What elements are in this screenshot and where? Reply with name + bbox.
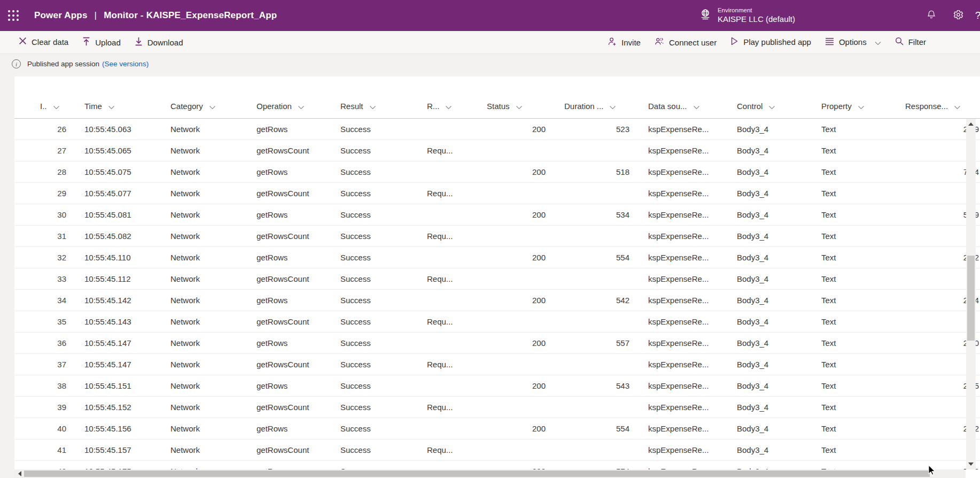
column-header-status[interactable]: Status [475, 101, 552, 118]
cell-id: 38 [14, 381, 72, 390]
column-header-operation[interactable]: Operation [244, 101, 328, 118]
cell-operation: getRowsCount [244, 146, 328, 155]
scroll-left-button[interactable] [15, 469, 24, 478]
download-button[interactable]: Download [128, 37, 190, 48]
cell-result: Success [328, 210, 415, 219]
table-row[interactable]: 3310:55:45.112NetworkgetRowsCountSuccess… [14, 268, 980, 290]
title-separator: | [95, 10, 97, 21]
cell-control: Body3_4 [725, 360, 809, 369]
cell-result: Success [328, 232, 415, 241]
column-header-id[interactable]: I.. [14, 101, 72, 118]
cell-time: 10:55:45.077 [72, 189, 158, 198]
column-header-control[interactable]: Control [725, 101, 809, 118]
column-header-duration[interactable]: Duration ... [552, 101, 636, 118]
column-header-time[interactable]: Time [72, 101, 158, 118]
cell-result_info: Requ... [415, 232, 475, 241]
cell-status: 200 [475, 381, 552, 390]
chevron-down-icon [298, 102, 305, 111]
cell-operation: getRowsCount [244, 445, 328, 454]
table-row[interactable]: 3010:55:45.081NetworkgetRowsSuccess20053… [14, 204, 980, 226]
cell-time: 10:55:45.075 [72, 167, 158, 176]
upload-button[interactable]: Upload [75, 37, 128, 48]
cell-id: 31 [14, 232, 72, 241]
cell-id: 33 [14, 274, 72, 283]
waffle-icon [8, 10, 19, 21]
table-row[interactable]: 3210:55:45.110NetworkgetRowsSuccess20055… [14, 247, 980, 268]
help-button[interactable]: ? [971, 0, 980, 31]
invite-button[interactable]: Invite [601, 37, 648, 48]
vertical-scrollbar[interactable] [966, 119, 976, 469]
cell-control: Body3_4 [725, 338, 809, 348]
cell-operation: getRows [244, 253, 328, 262]
column-header-data_source[interactable]: Data sou... [636, 101, 725, 118]
horizontal-scrollbar[interactable] [14, 469, 966, 478]
app-name[interactable]: Power Apps [34, 10, 88, 21]
cell-id: 30 [14, 210, 72, 219]
column-header-result[interactable]: Result [328, 101, 415, 118]
notifications-button[interactable] [918, 0, 945, 31]
cell-category: Network [158, 189, 244, 198]
column-header-response[interactable]: Response... [893, 101, 980, 118]
page-title: Monitor - KAISPE_ExpenseReport_App [104, 10, 277, 21]
chevron-down-icon [53, 102, 60, 111]
table-row[interactable]: 3410:55:45.142NetworkgetRowsSuccess20054… [14, 290, 980, 311]
cell-status: 200 [475, 296, 552, 305]
table-row[interactable]: 3910:55:45.152NetworkgetRowsCountSuccess… [14, 397, 980, 418]
connect-user-button[interactable]: Connect user [648, 37, 724, 48]
cell-status: 200 [475, 125, 552, 134]
cell-control: Body3_4 [725, 381, 809, 390]
scroll-down-button[interactable] [966, 460, 976, 468]
settings-button[interactable] [945, 0, 971, 31]
column-header-result_info[interactable]: R... [415, 101, 475, 118]
play-published-app-button[interactable]: Play published app [724, 37, 818, 47]
info-icon: i [12, 59, 21, 68]
cell-data_source: kspExpenseRe... [636, 317, 725, 326]
see-versions-link[interactable]: (See versions) [102, 60, 149, 68]
cell-operation: getRows [244, 338, 328, 348]
cell-duration: 518 [552, 167, 636, 176]
cell-property: Text [809, 360, 893, 369]
options-button[interactable]: Options [818, 37, 888, 47]
cell-property: Text [809, 445, 893, 454]
cell-control: Body3_4 [725, 210, 809, 219]
cell-property: Text [809, 338, 893, 348]
table-row[interactable]: 2710:55:45.065NetworkgetRowsCountSuccess… [14, 140, 980, 161]
cell-result_info: Requ... [415, 445, 475, 454]
horizontal-scrollbar-thumb[interactable] [24, 471, 930, 477]
cell-result: Success [328, 274, 415, 283]
column-header-property[interactable]: Property [809, 101, 893, 118]
table-row[interactable]: 3510:55:45.143NetworkgetRowsCountSuccess… [14, 311, 980, 333]
cell-result_info: Requ... [415, 403, 475, 412]
table-row[interactable]: 2810:55:45.075NetworkgetRowsSuccess20051… [14, 161, 980, 183]
cell-result: Success [328, 189, 415, 198]
cell-data_source: kspExpenseRe... [636, 210, 725, 219]
table-row[interactable]: 4110:55:45.157NetworkgetRowsCountSuccess… [14, 440, 980, 461]
table-row[interactable]: 3810:55:45.151NetworkgetRowsSuccess20054… [14, 375, 980, 397]
cell-time: 10:55:45.063 [72, 125, 158, 134]
bell-icon [926, 9, 937, 22]
table-row[interactable]: 3610:55:45.147NetworkgetRowsSuccess20055… [14, 333, 980, 354]
monitor-page: I..TimeCategoryOperationResultR...Status… [0, 73, 980, 478]
command-bar: Clear data Upload Download [0, 31, 980, 54]
chevron-down-icon [209, 102, 216, 111]
cell-property: Text [809, 146, 893, 155]
clear-data-button[interactable]: Clear data [12, 37, 75, 47]
waffle-menu-button[interactable] [0, 0, 27, 31]
table-row[interactable]: 3710:55:45.147NetworkgetRowsCountSuccess… [14, 354, 980, 375]
table-row[interactable]: 3110:55:45.082NetworkgetRowsCountSuccess… [14, 226, 980, 247]
filter-button[interactable]: Filter [888, 37, 933, 47]
table-row[interactable]: 4210:55:45.175NetworkgetRowsSuccess20057… [14, 461, 980, 469]
upload-icon [82, 37, 90, 48]
cell-result: Success [328, 125, 415, 134]
table-row[interactable]: 4010:55:45.156NetworkgetRowsSuccess20055… [14, 418, 980, 440]
table-row[interactable]: 2610:55:45.063NetworkgetRowsSuccess20052… [14, 119, 980, 140]
column-header-category[interactable]: Category [158, 101, 244, 118]
cell-property: Text [809, 403, 893, 412]
scroll-up-button[interactable] [966, 120, 976, 128]
environment-picker[interactable]: Environment KAISPE LLC (default) [698, 6, 795, 24]
vertical-scrollbar-thumb[interactable] [967, 256, 975, 341]
chevron-down-icon [445, 102, 452, 111]
cell-category: Network [158, 232, 244, 241]
table-row[interactable]: 2910:55:45.077NetworkgetRowsCountSuccess… [14, 183, 980, 204]
cell-category: Network [158, 403, 244, 412]
